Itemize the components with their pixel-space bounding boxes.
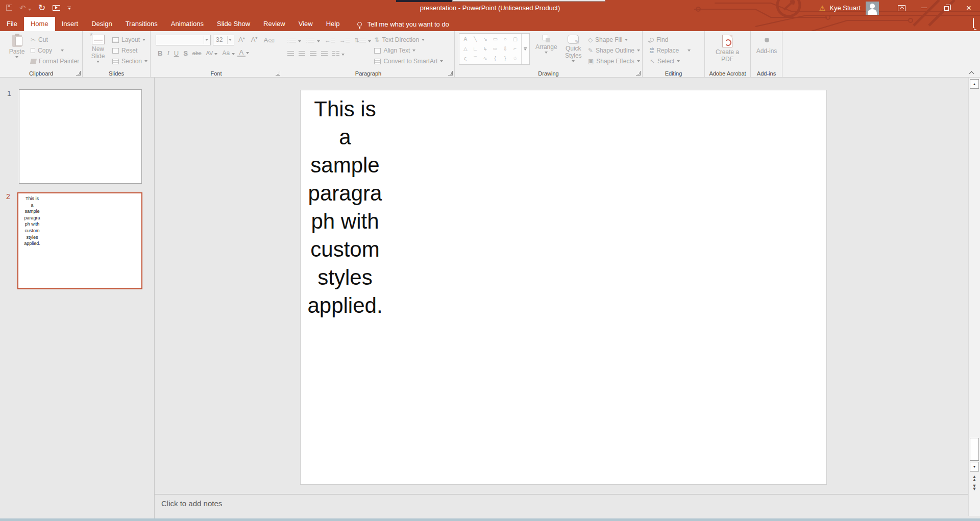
- new-slide-button[interactable]: New Slide: [87, 33, 109, 69]
- shape-curve-icon[interactable]: ∿: [483, 56, 487, 61]
- warning-icon[interactable]: ⚠: [819, 4, 826, 12]
- undo-icon[interactable]: ↶: [19, 4, 31, 13]
- shape-elbow-icon[interactable]: ∟: [473, 46, 478, 52]
- select-button[interactable]: ↖Select: [650, 57, 702, 66]
- shape-right-brace-icon[interactable]: }: [504, 56, 506, 61]
- ribbon-display-options-button[interactable]: [890, 0, 913, 16]
- vertical-scrollbar[interactable]: ▲ ▼ ▲▲ ▼▼: [968, 78, 980, 516]
- shape-right-arrow-icon[interactable]: ⇨: [493, 46, 497, 52]
- paragraph-dialog-launcher-icon[interactable]: [448, 71, 453, 76]
- character-spacing-button[interactable]: AV: [204, 50, 220, 56]
- tell-me-box[interactable]: Tell me what you want to do: [357, 17, 449, 31]
- clear-formatting-button[interactable]: A⌫: [261, 36, 276, 44]
- underline-button[interactable]: U: [172, 49, 181, 57]
- scroll-up-icon[interactable]: ▲: [970, 79, 979, 89]
- thumbnail-panel-divider[interactable]: [154, 78, 155, 518]
- comments-button[interactable]: [973, 19, 974, 28]
- restore-button[interactable]: [935, 0, 958, 16]
- shape-scribble-icon[interactable]: ς: [464, 56, 467, 61]
- font-color-chevron-icon[interactable]: [246, 52, 249, 54]
- tab-file[interactable]: File: [0, 17, 24, 31]
- scrollbar-thumb[interactable]: [970, 438, 979, 461]
- notes-placeholder[interactable]: Click to add notes: [161, 499, 222, 508]
- shape-elbow-arrow-icon[interactable]: ↳: [483, 46, 487, 52]
- shape-effects-button[interactable]: ▣Shape Effects: [588, 57, 640, 66]
- shape-line-icon[interactable]: ╲: [474, 37, 477, 42]
- bullets-button[interactable]: [287, 35, 301, 44]
- shape-rectangle-icon[interactable]: ▭: [493, 37, 497, 42]
- shape-rounded-rectangle-icon[interactable]: ▢: [512, 37, 517, 42]
- increase-font-size-button[interactable]: A▴: [236, 36, 247, 43]
- shape-arc-icon[interactable]: ⌒: [473, 56, 478, 61]
- slide-canvas[interactable]: This is a sample paragra ph with custom …: [300, 90, 827, 485]
- section-button[interactable]: Section: [112, 57, 148, 66]
- cut-button[interactable]: ✂Cut: [31, 35, 79, 44]
- shape-arrow-icon[interactable]: ↘: [483, 37, 487, 42]
- columns-button[interactable]: [332, 48, 345, 58]
- shape-outline-button[interactable]: ✎Shape Outline: [588, 46, 640, 55]
- notes-pane[interactable]: Click to add notes: [155, 494, 968, 518]
- next-slide-icon[interactable]: ▼▼: [971, 484, 978, 490]
- previous-slide-icon[interactable]: ▲▲: [971, 475, 978, 481]
- align-right-button[interactable]: [310, 51, 316, 56]
- user-name[interactable]: Kye Stuart: [829, 4, 861, 12]
- scroll-down-icon[interactable]: ▼: [970, 462, 979, 472]
- shape-down-arrow-icon[interactable]: ⇩: [503, 46, 507, 52]
- quick-styles-button[interactable]: Quick Styles: [563, 33, 584, 69]
- drawing-dialog-launcher-icon[interactable]: [636, 71, 641, 76]
- create-pdf-button[interactable]: Create a PDF: [707, 33, 748, 69]
- text-shadow-button[interactable]: S: [181, 49, 190, 57]
- slide-2-thumbnail[interactable]: This is a sample paragra ph with custom …: [17, 192, 142, 289]
- font-dialog-launcher-icon[interactable]: [276, 71, 280, 76]
- copy-button[interactable]: Copy: [31, 46, 79, 55]
- addins-button[interactable]: Add-ins: [753, 33, 780, 69]
- decrease-font-size-button[interactable]: A▾: [249, 36, 260, 43]
- tab-help[interactable]: Help: [320, 17, 347, 31]
- tab-design[interactable]: Design: [85, 17, 118, 31]
- paste-button[interactable]: Paste: [6, 33, 28, 69]
- redo-icon[interactable]: ↻: [38, 4, 45, 13]
- align-text-button[interactable]: Align Text: [374, 46, 443, 55]
- shapes-gallery[interactable]: A ╲ ↘ ▭ ○ ▢ △ ∟ ↳ ⇨ ⇩ ⌐ ς ⌒ ∿ { } ☆: [459, 33, 530, 65]
- slide-text-block[interactable]: This is a sample paragra ph with custom …: [302, 95, 388, 319]
- shape-corner-icon[interactable]: ⌐: [513, 46, 517, 52]
- line-spacing-button[interactable]: ⇅: [354, 35, 372, 44]
- format-painter-button[interactable]: Format Painter: [31, 57, 79, 66]
- convert-smartart-button[interactable]: Convert to SmartArt: [374, 57, 443, 66]
- clipboard-dialog-launcher-icon[interactable]: [76, 71, 81, 76]
- font-size-select[interactable]: 32: [213, 35, 234, 45]
- increase-indent-button[interactable]: →: [339, 35, 350, 44]
- align-center-button[interactable]: [299, 51, 305, 56]
- replace-button[interactable]: abacReplace: [650, 46, 702, 55]
- save-icon[interactable]: [6, 4, 12, 13]
- italic-button[interactable]: I: [165, 49, 171, 57]
- shape-oval-icon[interactable]: ○: [504, 37, 507, 42]
- tab-animations[interactable]: Animations: [164, 17, 210, 31]
- tab-transitions[interactable]: Transitions: [119, 17, 164, 31]
- text-direction-button[interactable]: ⇅Text Direction: [374, 35, 443, 44]
- shapes-more-button[interactable]: [521, 34, 529, 64]
- decrease-indent-button[interactable]: ←: [325, 35, 335, 44]
- align-left-button[interactable]: [287, 51, 294, 56]
- justify-button[interactable]: [321, 51, 328, 56]
- strikethrough-button[interactable]: abc: [190, 50, 204, 56]
- tab-view[interactable]: View: [292, 17, 320, 31]
- start-slideshow-icon[interactable]: [53, 4, 60, 13]
- customize-quick-access-icon[interactable]: [67, 7, 71, 10]
- tab-insert[interactable]: Insert: [55, 17, 85, 31]
- slide-1-thumbnail[interactable]: [19, 89, 142, 184]
- tab-review[interactable]: Review: [257, 17, 292, 31]
- font-color-button[interactable]: A: [237, 49, 246, 57]
- numbering-button[interactable]: [306, 35, 320, 44]
- change-case-button[interactable]: Aa: [220, 49, 236, 57]
- collapse-ribbon-icon[interactable]: [969, 71, 974, 76]
- shape-text-box-icon[interactable]: A: [463, 37, 467, 42]
- font-name-select[interactable]: [156, 35, 211, 45]
- avatar[interactable]: [866, 2, 879, 15]
- close-button[interactable]: ×: [958, 0, 980, 16]
- shape-left-brace-icon[interactable]: {: [494, 56, 496, 61]
- shape-star-icon[interactable]: ☆: [513, 56, 518, 61]
- tab-slideshow[interactable]: Slide Show: [210, 17, 257, 31]
- reset-button[interactable]: Reset: [112, 46, 148, 55]
- find-button[interactable]: Find: [650, 35, 702, 44]
